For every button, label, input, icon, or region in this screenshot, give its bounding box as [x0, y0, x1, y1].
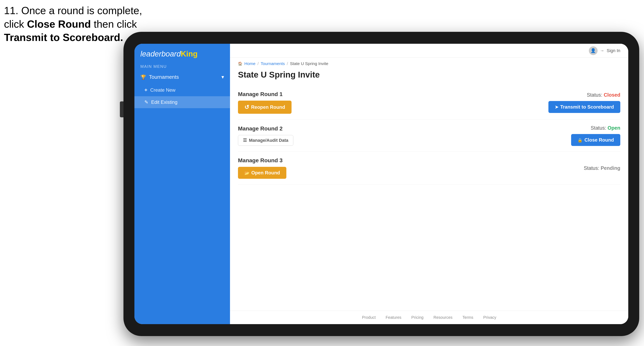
logo: leaderboardKing: [140, 50, 224, 58]
user-icon: [590, 48, 596, 53]
breadcrumb-home[interactable]: Home: [244, 61, 256, 66]
round-2-title: Manage Round 2: [238, 126, 293, 132]
footer-privacy[interactable]: Privacy: [483, 315, 496, 320]
avatar: [589, 46, 598, 55]
sign-in-area[interactable]: Sign In: [589, 46, 620, 55]
round-1-status-value: Closed: [604, 92, 620, 98]
file-icon: [243, 138, 247, 143]
round-2-right: Status: Open Close Round: [571, 125, 620, 146]
footer-features[interactable]: Features: [386, 315, 402, 320]
reopen-icon: [244, 104, 249, 111]
top-bar: Sign In: [230, 44, 628, 58]
main-content: Sign In 🏠 Home / Tournaments / State U S…: [230, 44, 628, 324]
breadcrumb-sep-1: /: [258, 61, 259, 66]
breadcrumb: 🏠 Home / Tournaments / State U Spring In…: [230, 58, 628, 66]
breadcrumb-sep-2: /: [287, 61, 288, 66]
edit-icon: [144, 99, 148, 105]
round-3-title: Manage Round 3: [238, 157, 286, 164]
close-round-button[interactable]: Close Round: [571, 134, 620, 146]
sidebar-item-edit-existing[interactable]: Edit Existing: [134, 96, 230, 108]
chevron-down-icon: [222, 74, 224, 80]
sidebar-item-create-new[interactable]: Create New: [134, 84, 230, 96]
sidebar-item-label-tournaments: Tournaments: [149, 74, 179, 80]
footer: Product Features Pricing Resources Terms…: [230, 311, 628, 324]
main-menu-label: MAIN MENU: [134, 62, 230, 70]
close-icon: [578, 137, 582, 143]
sidebar-sub-menu: Create New Edit Existing: [134, 84, 230, 108]
footer-terms[interactable]: Terms: [462, 315, 473, 320]
round-3-status-value: Pending: [600, 165, 620, 171]
round-1-title: Manage Round 1: [238, 91, 292, 97]
round-2-left: Manage Round 2 Manage/Audit Data: [238, 126, 293, 146]
transmit-to-scoreboard-button[interactable]: Transmit to Scoreboard: [548, 101, 620, 113]
round-3-right: Status: Pending: [584, 165, 620, 171]
sign-in-icon: [600, 48, 604, 53]
edit-existing-label: Edit Existing: [151, 99, 178, 105]
sidebar: leaderboardKing MAIN MENU Tournaments: [134, 44, 230, 324]
plus-icon: [144, 87, 147, 93]
footer-pricing[interactable]: Pricing: [412, 315, 424, 320]
round-2-status-value: Open: [608, 125, 620, 131]
round-1-left: Manage Round 1 Reopen Round: [238, 91, 292, 114]
trophy-icon: [140, 74, 146, 80]
sign-in-label: Sign In: [607, 48, 620, 53]
round-1-right: Status: Closed Transmit to Scoreboard: [548, 92, 620, 113]
round-3-left: Manage Round 3 Open Round: [238, 157, 286, 179]
footer-product[interactable]: Product: [362, 315, 376, 320]
round-2-row: Manage Round 2 Manage/Audit Data Status:…: [238, 120, 620, 152]
manage-audit-data-button[interactable]: Manage/Audit Data: [238, 135, 293, 146]
round-1-row: Manage Round 1 Reopen Round Status: Clos…: [238, 86, 620, 120]
open-round-button[interactable]: Open Round: [238, 167, 286, 179]
home-icon: 🏠: [238, 61, 242, 66]
tablet-frame: leaderboardKing MAIN MENU Tournaments: [124, 32, 639, 336]
breadcrumb-tournaments[interactable]: Tournaments: [261, 61, 285, 66]
manage-audit-label: Manage/Audit Data: [249, 138, 288, 143]
instruction-text: 11. Once a round is complete, click Clos…: [4, 4, 142, 44]
transmit-label: Transmit to Scoreboard: [560, 104, 614, 110]
create-new-label: Create New: [150, 87, 176, 93]
transmit-icon: [555, 104, 558, 110]
tablet-screen: leaderboardKing MAIN MENU Tournaments: [134, 44, 628, 324]
reopen-round-label: Reopen Round: [251, 104, 285, 110]
footer-resources[interactable]: Resources: [434, 315, 453, 320]
open-icon: [244, 170, 249, 175]
close-round-label: Close Round: [584, 137, 614, 143]
sidebar-item-tournaments[interactable]: Tournaments: [134, 70, 230, 84]
reopen-round-button[interactable]: Reopen Round: [238, 101, 292, 114]
page-body: State U Spring Invite Manage Round 1 Reo…: [230, 66, 628, 311]
round-1-status: Status: Closed: [587, 92, 620, 98]
round-2-status: Status: Open: [591, 125, 620, 131]
sidebar-nav: Tournaments Create New Edit Existing: [134, 70, 230, 324]
round-3-status: Status: Pending: [584, 165, 620, 171]
page-title: State U Spring Invite: [238, 70, 620, 80]
open-round-label: Open Round: [251, 170, 280, 175]
sidebar-logo-area: leaderboardKing: [134, 44, 230, 62]
round-3-row: Manage Round 3 Open Round Status: Pendin…: [238, 152, 620, 184]
breadcrumb-current: State U Spring Invite: [290, 61, 328, 66]
